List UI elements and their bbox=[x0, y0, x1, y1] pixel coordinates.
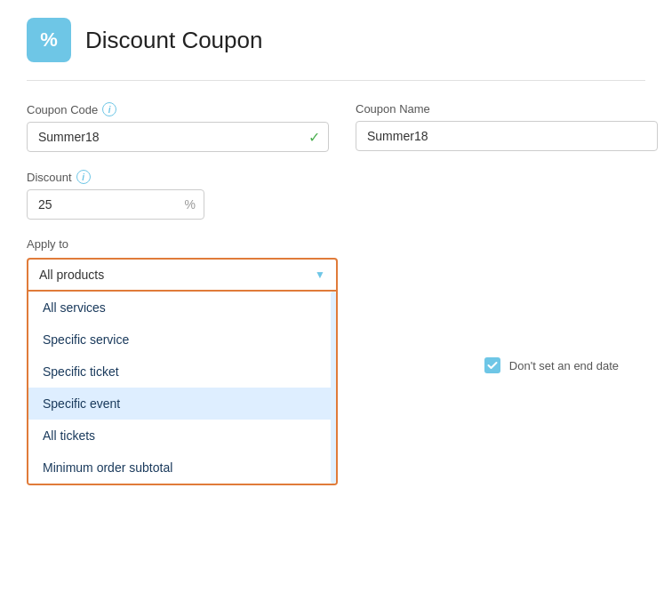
apply-to-dropdown-trigger[interactable]: All products ▼ bbox=[27, 258, 338, 292]
option-specific-service[interactable]: Specific service bbox=[28, 324, 336, 356]
option-specific-ticket[interactable]: Specific ticket bbox=[28, 356, 336, 388]
discount-input-wrapper: % bbox=[27, 189, 204, 220]
scrollbar[interactable] bbox=[331, 292, 336, 484]
coupon-code-label: Coupon Code i bbox=[27, 102, 329, 116]
chevron-down-icon: ▼ bbox=[315, 268, 325, 281]
coupon-code-input[interactable] bbox=[27, 122, 329, 152]
discount-group: Discount i % bbox=[27, 170, 204, 220]
coupon-name-input[interactable] bbox=[356, 121, 658, 151]
apply-to-dropdown-menu: All services Specific service Specific t… bbox=[27, 292, 338, 485]
coupon-code-info-icon[interactable]: i bbox=[102, 102, 116, 116]
option-all-services[interactable]: All services bbox=[28, 292, 336, 324]
option-all-tickets[interactable]: All tickets bbox=[28, 420, 336, 452]
apply-to-selected-value: All products bbox=[39, 268, 104, 282]
coupon-code-input-wrapper: ✓ bbox=[27, 122, 329, 152]
percent-symbol: % bbox=[185, 197, 196, 212]
discount-row: Discount i % bbox=[27, 170, 645, 220]
coupon-name-group: Coupon Name bbox=[356, 102, 658, 152]
check-icon: ✓ bbox=[308, 129, 320, 146]
coupon-row: Coupon Code i ✓ Coupon Name bbox=[27, 102, 645, 152]
apply-to-label: Apply to bbox=[27, 237, 645, 251]
header-divider bbox=[27, 80, 645, 81]
page-title: Discount Coupon bbox=[85, 27, 262, 54]
discount-icon: % bbox=[27, 18, 71, 62]
discount-info-icon[interactable]: i bbox=[76, 170, 91, 184]
end-date-checkbox[interactable] bbox=[484, 357, 500, 373]
option-minimum-order[interactable]: Minimum order subtotal bbox=[28, 452, 336, 484]
end-date-row: Don't set an end date bbox=[484, 357, 619, 373]
discount-label: Discount i bbox=[27, 170, 204, 184]
coupon-code-group: Coupon Code i ✓ bbox=[27, 102, 329, 152]
page-header: % Discount Coupon bbox=[27, 18, 645, 62]
coupon-name-label: Coupon Name bbox=[356, 102, 658, 116]
end-date-label: Don't set an end date bbox=[509, 359, 619, 372]
option-specific-event[interactable]: Specific event bbox=[28, 388, 336, 420]
discount-input[interactable] bbox=[27, 189, 204, 220]
checkmark-icon bbox=[487, 360, 498, 371]
